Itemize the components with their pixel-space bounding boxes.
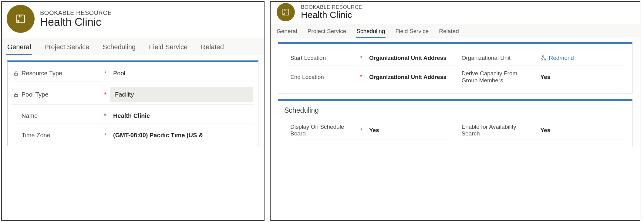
section-title: Scheduling bbox=[282, 103, 629, 118]
field-value[interactable]: Facility bbox=[110, 87, 253, 102]
lookup-text: Redmond bbox=[549, 55, 574, 61]
svg-rect-4 bbox=[542, 56, 544, 57]
entity-avatar bbox=[7, 5, 35, 33]
tab-related[interactable]: Related bbox=[438, 24, 460, 38]
svg-rect-6 bbox=[544, 59, 546, 60]
field-display-on-board: Display On Schedule Board * Yes bbox=[290, 119, 454, 140]
tab-scheduling[interactable]: Scheduling bbox=[101, 38, 137, 55]
field-value-lookup[interactable]: Redmond bbox=[538, 52, 626, 64]
entity-type-label: BOOKABLE RESOURCE bbox=[40, 9, 112, 16]
header-text: BOOKABLE RESOURCE Health Clinic bbox=[40, 9, 112, 29]
panel-scheduling: BOOKABLE RESOURCE Health Clinic General … bbox=[270, 1, 640, 221]
field-org-unit: Organizational Unit * Redmond bbox=[462, 48, 626, 66]
org-tree-icon bbox=[541, 55, 546, 61]
required-marker: * bbox=[104, 70, 110, 77]
field-value[interactable]: Yes bbox=[538, 125, 626, 136]
entity-type-label: BOOKABLE RESOURCE bbox=[301, 4, 362, 10]
field-value[interactable]: Yes bbox=[366, 125, 454, 136]
form-card-scheduling: Scheduling Display On Schedule Board * Y… bbox=[278, 99, 632, 147]
lock-icon bbox=[13, 71, 19, 76]
record-title: Health Clinic bbox=[301, 10, 362, 20]
record-header: BOOKABLE RESOURCE Health Clinic bbox=[271, 2, 640, 22]
required-marker: * bbox=[104, 91, 110, 98]
field-enable-availability: Enable for Availability Search * Yes bbox=[462, 119, 626, 140]
field-label: Time Zone bbox=[22, 132, 50, 139]
field-label: Resource Type bbox=[22, 70, 62, 77]
required-marker: * bbox=[104, 112, 110, 119]
field-time-zone: Time Zone * (GMT-08:00) Pacific Time (US… bbox=[11, 124, 255, 143]
form-card-location: Start Location * Organizational Unit Add… bbox=[278, 42, 632, 94]
required-marker: * bbox=[360, 73, 366, 80]
svg-rect-2 bbox=[15, 94, 18, 97]
panel-general: BOOKABLE RESOURCE Health Clinic General … bbox=[1, 1, 265, 221]
field-end-location: End Location * Organizational Unit Addre… bbox=[290, 66, 454, 86]
field-label: Start Location bbox=[290, 55, 326, 61]
field-derive-capacity: Derive Capacity From Group Members * Yes bbox=[462, 66, 626, 86]
svg-rect-1 bbox=[15, 73, 18, 75]
required-marker: * bbox=[104, 132, 110, 139]
field-name: Name * Health Clinic bbox=[11, 104, 255, 124]
field-value[interactable]: Yes bbox=[538, 71, 626, 83]
field-label: Name bbox=[22, 112, 38, 119]
lock-icon bbox=[13, 92, 19, 97]
tab-related[interactable]: Related bbox=[200, 38, 225, 55]
tab-general[interactable]: General bbox=[6, 38, 32, 55]
tab-bar: General Project Service Scheduling Field… bbox=[2, 38, 264, 55]
field-label: Derive Capacity From Group Members bbox=[462, 70, 531, 84]
field-value[interactable]: (GMT-08:00) Pacific Time (US & bbox=[110, 129, 253, 141]
tab-project-service[interactable]: Project Service bbox=[307, 24, 347, 38]
field-start-location: Start Location * Organizational Unit Add… bbox=[290, 48, 454, 66]
field-value[interactable]: Pool bbox=[110, 67, 253, 79]
svg-rect-5 bbox=[541, 59, 542, 60]
field-label: Enable for Availability Search bbox=[462, 124, 531, 138]
tab-project-service[interactable]: Project Service bbox=[43, 38, 90, 55]
required-marker: * bbox=[360, 55, 366, 62]
tab-field-service[interactable]: Field Service bbox=[395, 24, 429, 38]
tab-field-service[interactable]: Field Service bbox=[148, 38, 189, 55]
puzzle-icon bbox=[15, 14, 26, 24]
record-header: BOOKABLE RESOURCE Health Clinic bbox=[2, 2, 264, 34]
tab-general[interactable]: General bbox=[276, 24, 298, 38]
field-label: Pool Type bbox=[22, 91, 49, 98]
required-marker: * bbox=[360, 127, 366, 134]
field-label: Organizational Unit bbox=[462, 55, 511, 61]
tab-scheduling[interactable]: Scheduling bbox=[356, 24, 386, 38]
field-pool-type: Pool Type * Facility bbox=[11, 81, 255, 104]
field-value[interactable]: Health Clinic bbox=[110, 110, 253, 122]
header-text: BOOKABLE RESOURCE Health Clinic bbox=[301, 4, 362, 20]
field-label: Display On Schedule Board bbox=[290, 124, 360, 138]
puzzle-icon bbox=[282, 8, 290, 16]
record-title: Health Clinic bbox=[40, 16, 112, 29]
field-value[interactable]: Organizational Unit Address bbox=[366, 52, 454, 64]
entity-avatar bbox=[277, 3, 295, 21]
field-value[interactable]: Organizational Unit Address bbox=[366, 71, 454, 83]
field-label: End Location bbox=[290, 74, 324, 80]
form-card-general: Resource Type * Pool Pool Type * Facilit… bbox=[7, 60, 258, 146]
tab-bar: General Project Service Scheduling Field… bbox=[271, 24, 640, 38]
field-resource-type: Resource Type * Pool bbox=[11, 62, 255, 81]
